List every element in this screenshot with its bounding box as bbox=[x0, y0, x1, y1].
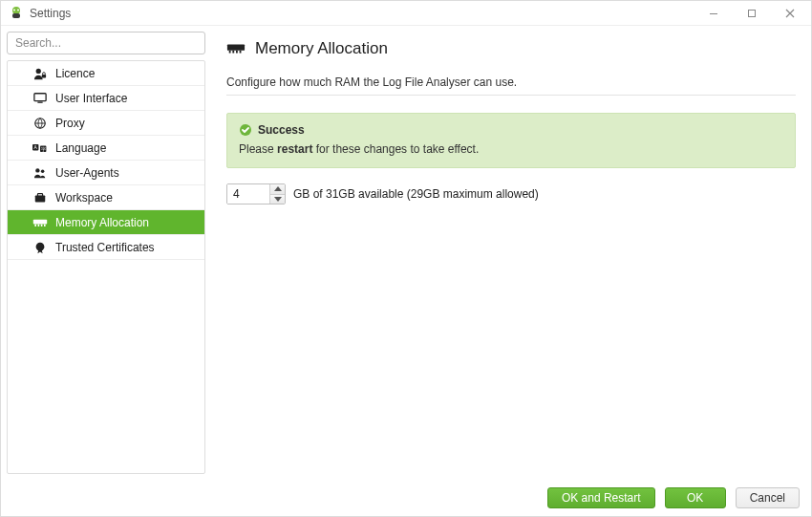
sidebar-item-licence[interactable]: Licence bbox=[8, 61, 204, 86]
sidebar-item-label: Workspace bbox=[55, 191, 113, 205]
user-lock-icon bbox=[32, 66, 48, 81]
sidebar-item-user-interface[interactable]: User Interface bbox=[8, 86, 204, 111]
sidebar-item-label: Trusted Certificates bbox=[55, 241, 155, 254]
success-alert: Success Please restart for these changes… bbox=[226, 113, 796, 168]
ok-and-restart-button[interactable]: OK and Restart bbox=[547, 487, 655, 508]
svg-rect-20 bbox=[34, 224, 36, 226]
svg-point-24 bbox=[36, 242, 45, 250]
svg-rect-28 bbox=[236, 51, 238, 54]
svg-rect-26 bbox=[229, 51, 231, 54]
svg-rect-23 bbox=[44, 224, 46, 226]
memory-icon bbox=[32, 215, 48, 230]
app-icon bbox=[9, 6, 24, 21]
page-description: Configure how much RAM the Log File Anal… bbox=[226, 68, 796, 96]
svg-rect-4 bbox=[710, 13, 717, 14]
cancel-button[interactable]: Cancel bbox=[736, 487, 800, 508]
memory-row: GB of 31GB available (29GB maximum allow… bbox=[226, 183, 796, 205]
svg-rect-8 bbox=[34, 93, 46, 100]
page-header: Memory Allocation bbox=[226, 39, 796, 68]
footer: OK and Restart OK Cancel bbox=[1, 480, 811, 516]
users-icon bbox=[32, 165, 48, 181]
memory-input[interactable] bbox=[227, 184, 269, 204]
svg-point-16 bbox=[41, 169, 45, 173]
titlebar: Settings bbox=[1, 1, 811, 26]
svg-rect-27 bbox=[232, 51, 234, 54]
globe-icon bbox=[32, 116, 48, 131]
svg-text:字: 字 bbox=[41, 145, 46, 151]
svg-rect-9 bbox=[37, 101, 42, 102]
briefcase-icon bbox=[32, 190, 48, 205]
sidebar-item-label: User Interface bbox=[55, 92, 127, 105]
sidebar-item-label: Language bbox=[55, 141, 106, 155]
window-title: Settings bbox=[30, 7, 71, 20]
svg-rect-1 bbox=[12, 13, 20, 18]
certificate-icon bbox=[32, 240, 48, 255]
svg-rect-18 bbox=[37, 193, 42, 196]
memory-suffix-label: GB of 31GB available (29GB maximum allow… bbox=[293, 187, 539, 201]
memory-spinner[interactable] bbox=[226, 183, 286, 205]
memory-step-up[interactable] bbox=[270, 184, 285, 194]
svg-point-2 bbox=[13, 9, 15, 11]
sidebar-item-workspace[interactable]: Workspace bbox=[8, 185, 204, 210]
success-icon bbox=[239, 123, 252, 137]
svg-rect-21 bbox=[38, 224, 40, 226]
svg-rect-19 bbox=[33, 219, 47, 224]
memory-step-down[interactable] bbox=[270, 194, 285, 205]
sidebar-item-label: Memory Allocation bbox=[55, 216, 149, 229]
close-button[interactable] bbox=[771, 1, 809, 26]
memory-icon bbox=[226, 42, 246, 55]
search-input[interactable] bbox=[7, 32, 205, 54]
svg-rect-25 bbox=[227, 44, 245, 50]
svg-point-6 bbox=[36, 68, 41, 73]
sidebar-item-proxy[interactable]: Proxy bbox=[8, 111, 204, 136]
sidebar-item-language[interactable]: A字 Language bbox=[8, 136, 204, 161]
svg-rect-5 bbox=[749, 10, 756, 16]
maximize-button[interactable] bbox=[733, 1, 771, 26]
sidebar-item-label: Proxy bbox=[55, 117, 85, 130]
settings-window: Settings Licence bbox=[0, 0, 812, 517]
svg-rect-22 bbox=[41, 224, 43, 226]
page-title: Memory Allocation bbox=[255, 39, 388, 58]
svg-rect-29 bbox=[240, 51, 242, 54]
main-panel: Memory Allocation Configure how much RAM… bbox=[211, 26, 811, 480]
svg-point-3 bbox=[17, 9, 19, 11]
sidebar-item-memory-allocation[interactable]: Memory Allocation bbox=[8, 210, 204, 235]
sidebar-item-trusted-certificates[interactable]: Trusted Certificates bbox=[8, 235, 204, 260]
language-icon: A字 bbox=[32, 140, 48, 156]
minimize-button[interactable] bbox=[694, 1, 733, 26]
svg-point-15 bbox=[35, 168, 39, 172]
sidebar-item-label: Licence bbox=[55, 67, 95, 80]
sidebar-item-label: User-Agents bbox=[55, 166, 119, 180]
svg-rect-7 bbox=[42, 74, 46, 77]
sidebar-nav: Licence User Interface Proxy A bbox=[7, 60, 205, 474]
alert-title: Success bbox=[258, 123, 305, 137]
monitor-icon bbox=[32, 91, 48, 106]
sidebar: Licence User Interface Proxy A bbox=[1, 26, 211, 480]
ok-button[interactable]: OK bbox=[665, 487, 726, 508]
sidebar-item-user-agents[interactable]: User-Agents bbox=[8, 161, 204, 185]
alert-body: Please restart for these changes to take… bbox=[239, 142, 783, 156]
